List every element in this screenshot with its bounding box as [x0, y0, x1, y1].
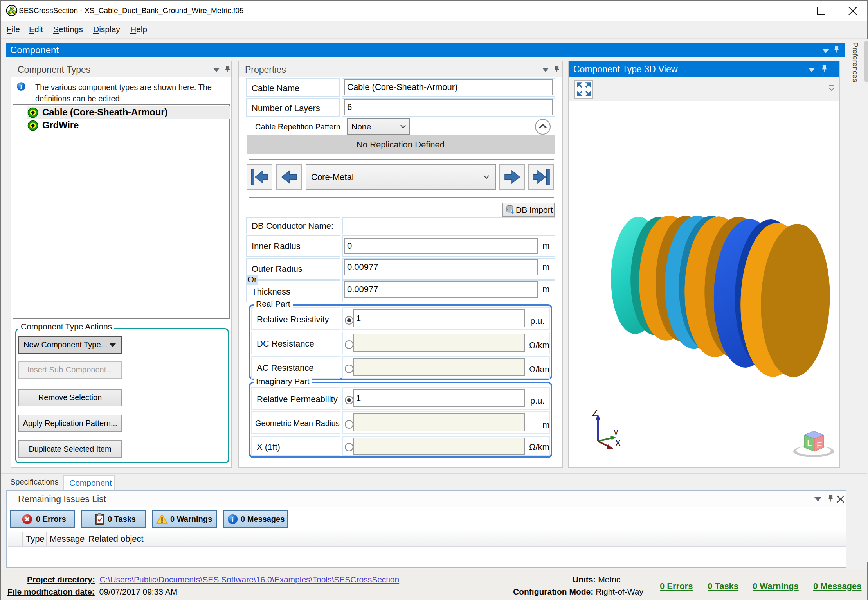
svg-text:F: F — [817, 440, 822, 450]
svg-text:Z: Z — [592, 408, 598, 418]
svg-text:L: L — [807, 438, 812, 447]
svg-text:X: X — [615, 438, 621, 448]
svg-text:i: i — [232, 516, 234, 524]
svg-text:v: v — [614, 428, 618, 436]
svg-text:i: i — [20, 83, 22, 90]
